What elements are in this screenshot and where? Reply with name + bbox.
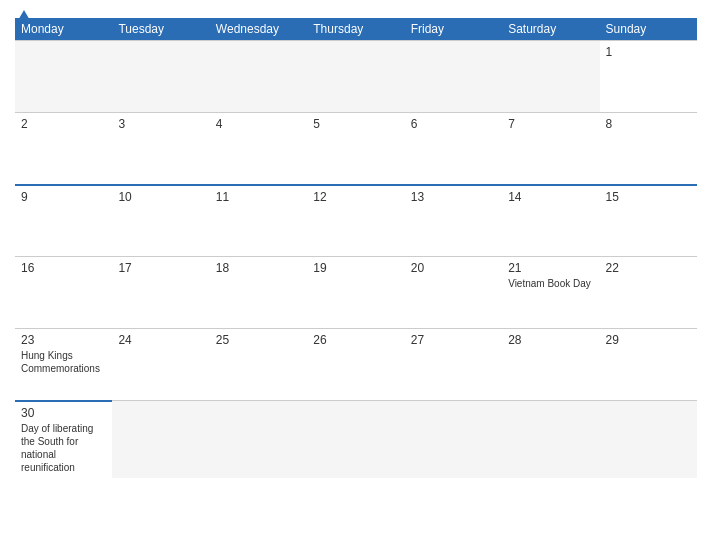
day-cell: 13 [405, 184, 502, 256]
day-header-wednesday: Wednesday [210, 18, 307, 40]
day-number: 25 [216, 333, 301, 347]
day-cell: 25 [210, 328, 307, 400]
day-cell: 28 [502, 328, 599, 400]
day-cell: 21Vietnam Book Day [502, 256, 599, 328]
day-number: 7 [508, 117, 593, 131]
day-header-thursday: Thursday [307, 18, 404, 40]
day-cell: 16 [15, 256, 112, 328]
day-number: 26 [313, 333, 398, 347]
day-number: 22 [606, 261, 691, 275]
event-text: Vietnam Book Day [508, 278, 591, 289]
day-cell: 14 [502, 184, 599, 256]
day-cell [502, 40, 599, 112]
day-cell: 18 [210, 256, 307, 328]
day-cell: 1 [600, 40, 697, 112]
day-cell [15, 40, 112, 112]
day-number: 15 [606, 190, 691, 204]
day-cell: 24 [112, 328, 209, 400]
day-cell [405, 400, 502, 478]
day-cell: 27 [405, 328, 502, 400]
day-cell [112, 400, 209, 478]
day-number: 10 [118, 190, 203, 204]
day-cell: 3 [112, 112, 209, 184]
day-cell: 6 [405, 112, 502, 184]
day-number: 4 [216, 117, 301, 131]
day-header-tuesday: Tuesday [112, 18, 209, 40]
day-cell: 19 [307, 256, 404, 328]
day-cell: 20 [405, 256, 502, 328]
day-headers-row: Monday Tuesday Wednesday Thursday Friday… [15, 18, 697, 40]
day-header-sunday: Sunday [600, 18, 697, 40]
day-cell [405, 40, 502, 112]
day-cell [112, 40, 209, 112]
day-number: 1 [606, 45, 691, 59]
day-cell [210, 400, 307, 478]
day-cell: 8 [600, 112, 697, 184]
day-cell: 30Day of liberating the South for nation… [15, 400, 112, 478]
day-header-friday: Friday [405, 18, 502, 40]
day-number: 29 [606, 333, 691, 347]
day-number: 11 [216, 190, 301, 204]
day-cell: 23Hung Kings Commemorations [15, 328, 112, 400]
day-cell: 15 [600, 184, 697, 256]
day-number: 3 [118, 117, 203, 131]
day-number: 5 [313, 117, 398, 131]
day-cell [307, 40, 404, 112]
day-cell: 4 [210, 112, 307, 184]
day-cell: 2 [15, 112, 112, 184]
day-number: 16 [21, 261, 106, 275]
day-cell [502, 400, 599, 478]
day-number: 13 [411, 190, 496, 204]
day-number: 6 [411, 117, 496, 131]
day-cell [307, 400, 404, 478]
day-number: 27 [411, 333, 496, 347]
day-number: 2 [21, 117, 106, 131]
day-number: 20 [411, 261, 496, 275]
day-cell [210, 40, 307, 112]
calendar-grid: 123456789101112131415161718192021Vietnam… [15, 40, 697, 478]
day-number: 17 [118, 261, 203, 275]
calendar-container: Monday Tuesday Wednesday Thursday Friday… [0, 0, 712, 550]
event-text: Day of liberating the South for national… [21, 423, 93, 473]
day-number: 24 [118, 333, 203, 347]
day-number: 28 [508, 333, 593, 347]
day-number: 14 [508, 190, 593, 204]
day-cell: 11 [210, 184, 307, 256]
day-cell: 7 [502, 112, 599, 184]
day-number: 19 [313, 261, 398, 275]
day-cell: 10 [112, 184, 209, 256]
logo-blue-text [15, 10, 31, 23]
day-header-saturday: Saturday [502, 18, 599, 40]
day-cell: 22 [600, 256, 697, 328]
logo [15, 10, 31, 23]
logo-triangle-icon [17, 10, 31, 22]
day-cell: 29 [600, 328, 697, 400]
day-cell: 9 [15, 184, 112, 256]
day-number: 12 [313, 190, 398, 204]
day-number: 8 [606, 117, 691, 131]
day-cell: 17 [112, 256, 209, 328]
day-number: 30 [21, 406, 106, 420]
day-number: 9 [21, 190, 106, 204]
day-number: 21 [508, 261, 593, 275]
day-cell: 26 [307, 328, 404, 400]
day-number: 23 [21, 333, 106, 347]
day-number: 18 [216, 261, 301, 275]
event-text: Hung Kings Commemorations [21, 350, 100, 374]
day-cell: 5 [307, 112, 404, 184]
day-cell [600, 400, 697, 478]
day-cell: 12 [307, 184, 404, 256]
